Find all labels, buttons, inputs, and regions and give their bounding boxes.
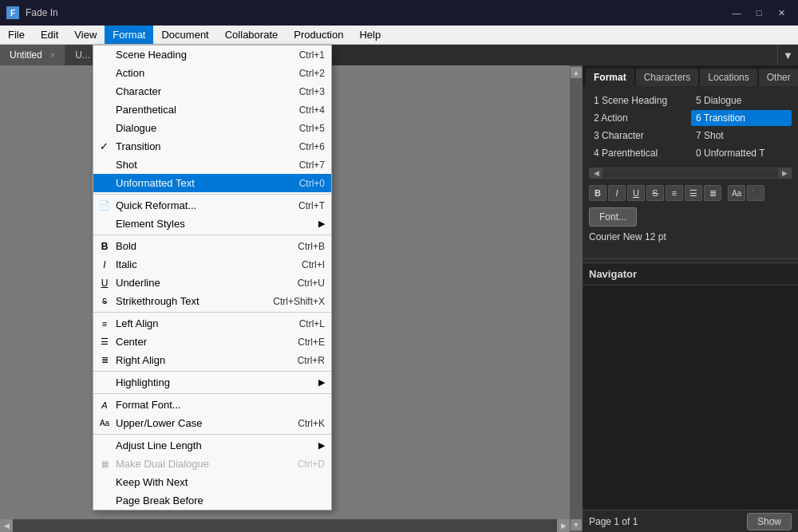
separator-6 [93, 434, 331, 435]
menu-strikethrough[interactable]: S̶ Strikethrough Text Ctrl+Shift+X [93, 292, 331, 310]
menu-label: Format Font... [116, 399, 181, 411]
panel-divider [583, 258, 798, 259]
maximize-button[interactable]: □ [749, 5, 769, 21]
format-item-scene-heading[interactable]: 1 Scene Heading [589, 93, 689, 108]
menu-format-font[interactable]: A Format Font... [93, 396, 331, 414]
right-tab-locations[interactable]: Locations [700, 69, 757, 86]
tab-label-2: U... [75, 49, 90, 61]
menu-label: Character [116, 85, 161, 97]
menu-italic[interactable]: I Italic Ctrl+I [93, 255, 331, 274]
menu-element-styles[interactable]: Element Styles ▶ [93, 215, 331, 233]
menu-bold[interactable]: B Bold Ctrl+B [93, 237, 331, 255]
menu-production[interactable]: Production [286, 26, 351, 44]
dual-dialogue-icon: ▦ [98, 458, 111, 471]
menu-scene-heading[interactable]: Scene Heading Ctrl+1 [93, 45, 331, 64]
format-item-dialogue[interactable]: 5 Dialogue [691, 93, 792, 108]
menu-shot[interactable]: Shot Ctrl+7 [93, 156, 331, 174]
format-item-character[interactable]: 3 Character [589, 128, 689, 144]
navigator-body[interactable] [583, 286, 798, 510]
right-tab-format[interactable]: Format [586, 69, 634, 86]
menu-page-break-before[interactable]: Page Break Before [93, 491, 331, 510]
menu-document[interactable]: Document [153, 26, 216, 44]
tab-dropdown[interactable]: ▼ [777, 45, 798, 65]
menu-quick-reformat[interactable]: 📄 Quick Reformat... Ctrl+T [93, 196, 331, 215]
menu-right-align[interactable]: ≣ Right Align Ctrl+R [93, 351, 331, 369]
menu-label: Element Styles [116, 218, 185, 230]
menu-format[interactable]: Format [105, 26, 153, 44]
separator-4 [93, 371, 331, 372]
format-item-action[interactable]: 2 Action [589, 110, 689, 126]
format-item-shot[interactable]: 7 Shot [691, 128, 792, 144]
menu-view[interactable]: View [66, 26, 105, 44]
menu-highlighting[interactable]: Highlighting ▶ [93, 373, 331, 392]
right-tab-other[interactable]: Other [759, 69, 798, 86]
separator-2 [93, 234, 331, 235]
menu-label: Bold [116, 240, 136, 252]
format-scrollbar[interactable]: ◀ ▶ [589, 167, 792, 179]
title-bar: F Fade In — □ ✕ [0, 0, 798, 26]
scroll-down-arrow[interactable]: ▼ [571, 519, 582, 530]
menu-label: Center [116, 336, 147, 348]
tab-close-icon[interactable]: × [50, 50, 55, 60]
separator-3 [93, 312, 331, 313]
tab-untitled[interactable]: Untitled × [0, 45, 65, 65]
menu-left-align[interactable]: ≡ Left Align Ctrl+L [93, 314, 331, 333]
menu-file[interactable]: File [0, 26, 33, 44]
scroll-track [13, 519, 557, 532]
underline-icon[interactable]: U [627, 185, 645, 201]
submenu-arrow-highlighting-icon: ▶ [318, 377, 325, 388]
menu-upper-lower-case[interactable]: Aa Upper/Lower Case Ctrl+K [93, 414, 331, 432]
menu-transition[interactable]: ✓ Transition Ctrl+6 [93, 137, 331, 156]
menu-label: Strikethrough Text [116, 295, 200, 307]
menu-label: Shot [116, 159, 137, 171]
strikethrough-icon[interactable]: S [646, 185, 664, 201]
menu-label: Right Align [116, 354, 165, 366]
menu-edit[interactable]: Edit [33, 26, 66, 44]
app-icon: F [6, 6, 19, 19]
align-left-icon[interactable]: ≡ [666, 185, 683, 201]
format-scroll-right[interactable]: ▶ [778, 168, 791, 178]
editor-vertical-scroll[interactable]: ▲ ▼ [570, 65, 583, 532]
menu-action[interactable]: Action Ctrl+2 [93, 64, 331, 82]
menu-label: Italic [116, 258, 137, 270]
highlight-icon[interactable]: ⬛ [747, 185, 764, 201]
menu-underline[interactable]: U Underline Ctrl+U [93, 274, 331, 292]
format-item-transition[interactable]: 6 Transition [691, 110, 792, 126]
scroll-right-arrow[interactable]: ▶ [557, 519, 570, 532]
shortcut-unformatted: Ctrl+0 [299, 178, 325, 189]
doc-icon: 📄 [98, 199, 111, 212]
scroll-left-arrow[interactable]: ◀ [0, 519, 13, 532]
menu-collaborate[interactable]: Collaborate [217, 26, 286, 44]
font-name: Courier New 12 pt [589, 231, 792, 242]
right-align-icon: ≣ [98, 354, 111, 367]
menu-dialogue[interactable]: Dialogue Ctrl+5 [93, 119, 331, 137]
font-style-icon[interactable]: Aa [728, 185, 745, 201]
menu-center[interactable]: ☰ Center Ctrl+E [93, 333, 331, 351]
close-button[interactable]: ✕ [771, 5, 792, 21]
format-item-parenthetical[interactable]: 4 Parenthetical [589, 145, 689, 161]
format-scroll-left[interactable]: ◀ [590, 168, 602, 178]
menu-bar: File Edit View Format Document Collabora… [0, 26, 798, 45]
italic-icon[interactable]: I [608, 185, 626, 201]
menu-help[interactable]: Help [351, 26, 389, 44]
menu-adjust-line-length[interactable]: Adjust Line Length ▶ [93, 436, 331, 455]
align-center-icon[interactable]: ☰ [685, 185, 702, 201]
menu-unformatted-text[interactable]: Unformatted Text Ctrl+0 [93, 174, 331, 192]
menu-keep-with-next[interactable]: Keep With Next [93, 473, 331, 491]
menu-label: Scene Heading [116, 49, 187, 61]
menu-parenthetical[interactable]: Parenthetical Ctrl+4 [93, 100, 331, 119]
menu-label: Make Dual Dialogue [116, 458, 209, 470]
show-button[interactable]: Show [747, 513, 792, 530]
bold-icon[interactable]: B [589, 185, 606, 201]
scroll-up-arrow[interactable]: ▲ [571, 67, 582, 78]
format-item-unformatted[interactable]: 0 Unformatted T [691, 145, 792, 161]
editor-horizontal-scroll[interactable]: ◀ ▶ [0, 519, 570, 532]
font-button[interactable]: Font... [589, 207, 637, 227]
minimize-button[interactable]: — [726, 5, 747, 21]
right-tab-characters[interactable]: Characters [636, 69, 699, 86]
format-panel: 1 Scene Heading 5 Dialogue 2 Action 6 Tr… [583, 86, 798, 255]
menu-character[interactable]: Character Ctrl+3 [93, 82, 331, 100]
align-right-icon[interactable]: ≣ [704, 185, 721, 201]
shortcut-character: Ctrl+3 [299, 86, 325, 97]
menu-label: Underline [116, 277, 160, 289]
